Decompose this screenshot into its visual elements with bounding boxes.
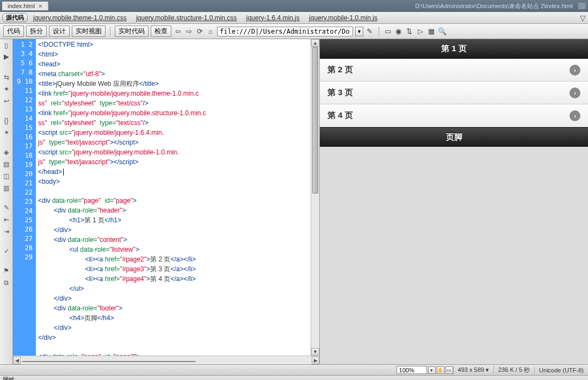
- scroll-thumb[interactable]: [312, 47, 318, 194]
- view-toolbar: 代码 拆分 设计 实时视图 实时代码 检查 ⇦ ⇨ ⟳ ⌂ ▼ ✎ ▭ ◉ ⇅ …: [0, 24, 588, 39]
- related-file-link[interactable]: jquery.mobile.structure-1.0.min.css: [136, 14, 237, 22]
- related-file-link[interactable]: jquery.mobile-1.0.min.js: [309, 14, 377, 22]
- code-view-button[interactable]: 代码: [3, 26, 24, 37]
- list-item[interactable]: 第 3 页 ›: [320, 82, 588, 104]
- title-bar: index.html ✕ D:\Users\Administrator\Docu…: [0, 0, 588, 12]
- refresh-icon[interactable]: ⟳: [195, 27, 204, 36]
- syntax-error-icon[interactable]: ⚑: [2, 266, 11, 275]
- source-files-bar: 源代码 jquery.mobile.theme-1.0.min.css jque…: [0, 12, 588, 24]
- line-numbers-icon[interactable]: ⇆: [2, 73, 11, 82]
- code-toolbar-vertical: ▯ ⯈ ⇆ ✦ ↩ {} ✶ ◈ ▤ ◫ ▥ ✎ ⇤ ⇥ ✓ ⚑ ⧉: [0, 39, 13, 364]
- highlight-icon[interactable]: ✦: [2, 85, 11, 94]
- chevron-right-icon: ›: [570, 65, 580, 76]
- preview-pane: 第 1 页 第 2 页 › 第 3 页 › 第 4 页 › 页脚: [320, 39, 588, 364]
- encoding-label[interactable]: Unicode (UTF-8): [534, 367, 588, 373]
- upload-icon[interactable]: ⇅: [405, 27, 414, 36]
- mobile-page-footer: 页脚: [320, 127, 588, 147]
- indent-icon[interactable]: ▥: [2, 184, 11, 192]
- source-code-button[interactable]: 源代码: [2, 13, 28, 22]
- live-view-button[interactable]: 实时视图: [72, 26, 106, 37]
- wrap-tag-icon[interactable]: ◈: [2, 148, 11, 157]
- restore-icon[interactable]: [578, 3, 586, 9]
- bookmark-icon[interactable]: ✎: [366, 27, 374, 36]
- format-source-icon[interactable]: ✎: [2, 203, 11, 212]
- mobile-listview: 第 2 页 › 第 3 页 › 第 4 页 ›: [320, 59, 588, 127]
- globe-icon[interactable]: ◉: [394, 27, 403, 36]
- status-bar: ▾ ✋ ▭ 493 x 589 ▾ 236 K / 5 秒 Unicode (U…: [0, 364, 588, 375]
- split-view-button[interactable]: 拆分: [26, 26, 47, 37]
- back-icon[interactable]: ⇦: [174, 27, 182, 36]
- document-tab[interactable]: index.html ✕: [2, 2, 48, 10]
- properties-label: 属性: [2, 376, 15, 380]
- scroll-up-icon[interactable]: ▲: [311, 39, 319, 47]
- search-icon[interactable]: 🔍: [438, 27, 447, 36]
- screen-icon[interactable]: ▭: [383, 27, 392, 36]
- outdent-icon[interactable]: ⇤: [2, 215, 11, 224]
- list-item-label: 第 2 页: [327, 65, 353, 75]
- list-item-label: 第 4 页: [327, 110, 353, 121]
- reference-icon[interactable]: ⧉: [2, 278, 11, 287]
- home-icon[interactable]: ⌂: [206, 27, 215, 36]
- main-area: ▯ ⯈ ⇆ ✦ ↩ {} ✶ ◈ ▤ ◫ ▥ ✎ ⇤ ⇥ ✓ ⚑ ⧉ 1 2 3…: [0, 39, 588, 364]
- open-documents-icon[interactable]: ▯: [2, 41, 11, 50]
- code-pane: 1 2 3 4 5 6 7 8 9 10 11 12 13 14 15 16 1…: [13, 39, 320, 364]
- chevron-right-icon: ›: [570, 110, 580, 121]
- vertical-scrollbar[interactable]: ▲ ▼: [311, 39, 319, 356]
- related-files: jquery.mobile.theme-1.0.min.css jquery.m…: [33, 14, 385, 22]
- hand-tool-icon[interactable]: ✋: [437, 366, 444, 374]
- balance-braces-icon[interactable]: ✓: [2, 247, 11, 256]
- scroll-thumb-h[interactable]: [22, 361, 196, 362]
- size-time-label: 236 K / 5 秒: [493, 366, 534, 374]
- url-dropdown-icon[interactable]: ▼: [355, 27, 363, 36]
- zoom-dropdown-icon[interactable]: ▾: [428, 366, 436, 374]
- indent-right-icon[interactable]: ⇥: [2, 227, 11, 236]
- dimensions-label[interactable]: 493 x 589 ▾: [453, 366, 493, 373]
- ruler-icon[interactable]: ▦: [427, 27, 436, 36]
- recent-snippets-icon[interactable]: ▤: [2, 160, 11, 169]
- line-number-gutter: 1 2 3 4 5 6 7 8 9 10 11 12 13 14 15 16 1…: [13, 39, 36, 356]
- scroll-down-icon[interactable]: ▼: [311, 348, 319, 356]
- document-path: D:\Users\Administrator\Documents\未命名站点 2…: [415, 2, 573, 10]
- design-view-button[interactable]: 设计: [49, 26, 70, 37]
- list-item[interactable]: 第 2 页 ›: [320, 59, 588, 82]
- chevron-right-icon: ›: [570, 88, 580, 98]
- related-file-link[interactable]: jquery-1.6.4.min.js: [246, 14, 300, 22]
- inspect-button[interactable]: 检查: [151, 26, 171, 37]
- list-item-label: 第 3 页: [327, 88, 353, 98]
- remove-comment-icon[interactable]: ✶: [2, 128, 11, 137]
- address-input[interactable]: [217, 27, 353, 36]
- word-wrap-icon[interactable]: ↩: [2, 97, 11, 105]
- code-editor[interactable]: <!DOCTYPE html> <html> <head> <meta char…: [36, 39, 311, 356]
- related-file-link[interactable]: jquery.mobile.theme-1.0.min.css: [33, 14, 127, 22]
- scroll-left-icon[interactable]: ◀: [13, 357, 21, 364]
- live-code-button[interactable]: 实时代码: [115, 26, 148, 37]
- visual-aids-icon[interactable]: ▷: [416, 27, 425, 36]
- close-icon[interactable]: ✕: [38, 3, 42, 9]
- scroll-right-icon[interactable]: ▶: [312, 357, 319, 364]
- properties-panel-header[interactable]: 属性: [0, 375, 588, 380]
- select-tool-icon[interactable]: ▭: [445, 366, 453, 374]
- collapse-icon[interactable]: ⯈: [2, 53, 11, 62]
- list-item[interactable]: 第 4 页 ›: [320, 104, 588, 127]
- forward-icon[interactable]: ⇨: [184, 27, 193, 36]
- filter-icon[interactable]: ▽: [580, 14, 586, 22]
- mobile-page-header: 第 1 页: [320, 39, 588, 59]
- apply-comment-icon[interactable]: {}: [2, 116, 11, 125]
- move-css-icon[interactable]: ◫: [2, 172, 11, 180]
- horizontal-scrollbar[interactable]: ◀ ▶: [13, 356, 319, 364]
- zoom-input[interactable]: [397, 366, 427, 374]
- tab-label: index.html: [8, 3, 35, 9]
